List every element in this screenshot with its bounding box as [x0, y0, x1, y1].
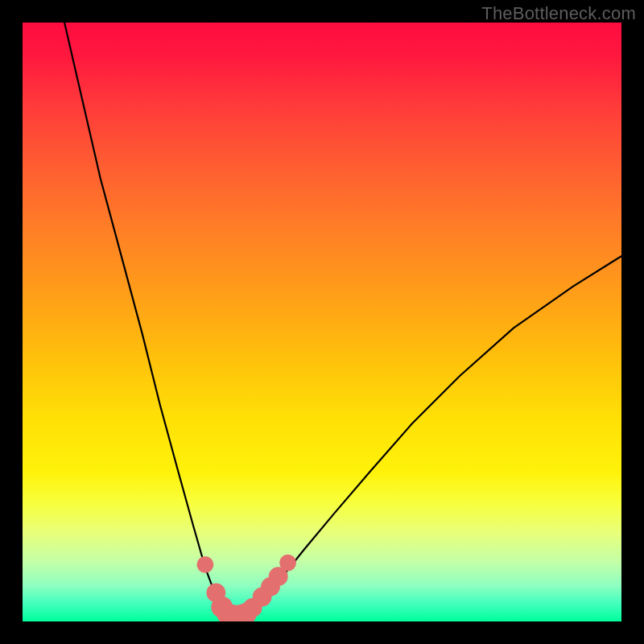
data-marker	[197, 556, 214, 573]
curve-path	[64, 23, 621, 617]
data-marker	[279, 555, 296, 572]
plot-area	[23, 23, 621, 621]
bottleneck-curve	[23, 23, 621, 621]
chart-frame: TheBottleneck.com	[0, 0, 644, 644]
watermark-text: TheBottleneck.com	[481, 3, 636, 24]
